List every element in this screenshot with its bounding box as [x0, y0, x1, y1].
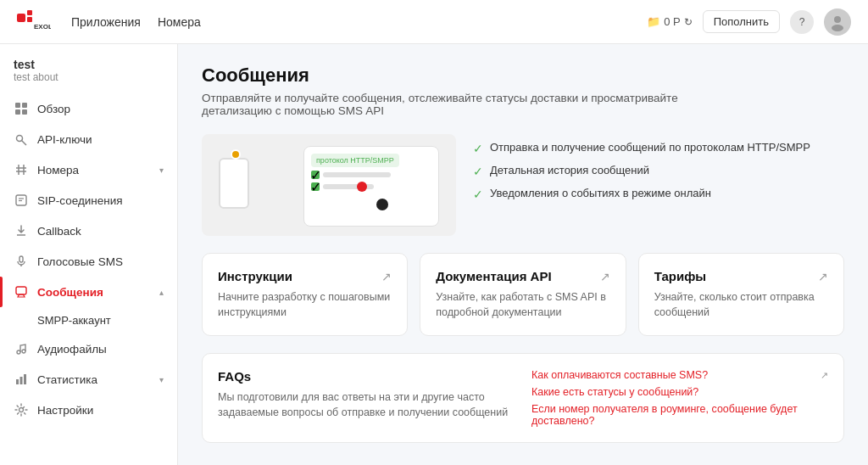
faq-section: FAQs Мы подготовили для вас ответы на эт…	[202, 353, 844, 443]
main-content: Сообщения Отправляйте и получайте сообще…	[178, 44, 868, 465]
hash-icon	[14, 162, 29, 177]
sidebar-item-settings[interactable]: Настройки	[0, 395, 177, 425]
svg-point-24	[22, 350, 25, 353]
sidebar-item-messages[interactable]: Сообщения ▴	[0, 277, 177, 307]
faq-link-row-1: Какие есть статусы у сообщений?	[531, 386, 828, 398]
card-desc-api-docs: Узнайте, как работать с SMS API в подроб…	[436, 290, 609, 320]
svg-rect-6	[15, 103, 20, 108]
chart-icon	[14, 372, 29, 387]
logo[interactable]: EXOLVE	[17, 10, 51, 34]
hero-section: протокол HTTP/SMPP ✓ ✓	[202, 134, 844, 236]
card-header-tariffs: Тарифы ↗	[654, 269, 828, 283]
mock-black-dot	[376, 199, 388, 210]
faq-link-1[interactable]: Какие есть статусы у сообщений?	[531, 386, 698, 398]
check-icon-0: ✓	[473, 142, 483, 155]
faq-ext-arrow-0: ↗	[821, 370, 828, 381]
card-title-api-docs: Документация API	[436, 269, 551, 283]
download-icon	[14, 223, 29, 238]
feature-text-0: Отправка и получение сообщений по проток…	[490, 141, 810, 154]
faq-link-row-2: Если номер получателя в роуминге, сообще…	[531, 403, 828, 427]
feature-text-2: Уведомления о событиях в режиме онлайн	[490, 187, 711, 199]
nav-apps[interactable]: Приложения	[71, 15, 141, 29]
sidebar-label-api-keys: API-ключи	[37, 133, 164, 146]
mock-screen-tag: протокол HTTP/SMPP	[311, 154, 399, 167]
sidebar-user: test test about	[0, 58, 177, 93]
cards-row: Инструкции ↗ Начните разработку с пошаго…	[202, 253, 844, 336]
sidebar-item-sip[interactable]: SIP-соединения	[0, 185, 177, 216]
card-instructions[interactable]: Инструкции ↗ Начните разработку с пошаго…	[202, 253, 408, 336]
svg-rect-25	[16, 379, 19, 384]
active-bar	[0, 277, 3, 307]
nav-numbers[interactable]: Номера	[158, 15, 201, 29]
sidebar-label-callback: Callback	[37, 225, 164, 238]
sidebar-item-stats[interactable]: Статистика ▾	[0, 364, 177, 395]
sidebar-item-overview[interactable]: Обзор	[0, 93, 177, 124]
feature-item-0: ✓ Отправка и получение сообщений по прот…	[473, 141, 844, 155]
help-button[interactable]: ?	[790, 10, 814, 34]
card-header-instructions: Инструкции ↗	[218, 269, 392, 283]
card-tariffs[interactable]: Тарифы ↗ Узнайте, сколько стоит отправка…	[638, 253, 844, 336]
sidebar-label-settings: Настройки	[37, 404, 164, 417]
mock-screen-row2: ✓	[311, 182, 431, 191]
sidebar-username: test	[14, 58, 164, 71]
page-subtitle: Отправляйте и получайте сообщения, отсле…	[202, 92, 693, 117]
topnav-right: 📁 0 Р ↻ Пополнить ?	[647, 8, 851, 36]
card-api-docs[interactable]: Документация API ↗ Узнайте, как работать…	[420, 253, 626, 336]
sidebar-label-messages: Сообщения	[37, 286, 151, 299]
hero-image: протокол HTTP/SMPP ✓ ✓	[202, 134, 456, 236]
card-arrow-api-docs: ↗	[600, 270, 610, 283]
feature-text-1: Детальная история сообщений	[490, 164, 649, 176]
sidebar-label-stats: Статистика	[37, 373, 151, 386]
faq-right: Как оплачиваются составные SMS? ↗ Какие …	[531, 369, 828, 427]
svg-rect-26	[20, 377, 23, 384]
feature-item-2: ✓ Уведомления о событиях в режиме онлайн	[473, 187, 844, 201]
sidebar-item-api-keys[interactable]: API-ключи	[0, 124, 177, 154]
svg-rect-2	[27, 17, 32, 22]
card-arrow-instructions: ↗	[381, 270, 392, 283]
files-icon: 📁	[647, 15, 660, 28]
mock-phone	[219, 158, 249, 209]
sidebar-label-numbers: Номера	[37, 164, 151, 176]
svg-text:EXOLVE: EXOLVE	[34, 23, 51, 31]
sidebar-label-voice-sms: Голосовые SMS	[37, 255, 164, 268]
mock-phone-dot	[231, 149, 241, 160]
refresh-icon[interactable]: ↻	[684, 16, 693, 28]
avatar-icon	[828, 13, 847, 31]
mic-icon	[14, 254, 29, 269]
faq-desc: Мы подготовили для вас ответы на эти и д…	[218, 390, 515, 420]
sidebar-item-audio[interactable]: Аудиофайлы	[0, 333, 177, 364]
faq-link-row-0: Как оплачиваются составные SMS? ↗	[531, 369, 828, 381]
faq-link-2[interactable]: Если номер получателя в роуминге, сообще…	[531, 403, 828, 427]
card-title-tariffs: Тарифы	[654, 269, 706, 283]
sidebar-item-voice-sms[interactable]: Голосовые SMS	[0, 246, 177, 277]
hero-features: ✓ Отправка и получение сообщений по прот…	[473, 134, 844, 201]
top-navigation: EXOLVE Приложения Номера 📁 0 Р ↻ Пополни…	[0, 0, 868, 44]
key-icon	[14, 132, 29, 147]
sidebar-item-numbers[interactable]: Номера ▾	[0, 154, 177, 185]
sidebar-sub-item-smpp[interactable]: SMPP-аккаунт	[37, 307, 177, 333]
page-title: Сообщения	[202, 64, 844, 87]
faq-title: FAQs	[218, 369, 515, 384]
hero-img-inner: протокол HTTP/SMPP ✓ ✓	[202, 134, 456, 236]
logo-icon: EXOLVE	[17, 10, 51, 34]
svg-rect-27	[24, 374, 26, 384]
phone-icon	[14, 193, 29, 208]
svg-point-5	[832, 25, 843, 31]
faq-link-0[interactable]: Как оплачиваются составные SMS?	[531, 369, 708, 381]
sidebar-label-sip: SIP-соединения	[37, 194, 164, 207]
nav-links: Приложения Номера	[71, 15, 626, 29]
chevron-messages-icon: ▴	[159, 288, 164, 297]
sidebar-item-callback[interactable]: Callback	[0, 216, 177, 246]
card-desc-tariffs: Узнайте, сколько стоит отправка сообщени…	[654, 290, 828, 320]
sidebar-userabout: test about	[14, 71, 164, 83]
user-avatar[interactable]	[824, 8, 851, 36]
feature-item-1: ✓ Детальная история сообщений	[473, 164, 844, 178]
svg-point-4	[834, 16, 841, 23]
replenish-button[interactable]: Пополнить	[703, 10, 780, 33]
svg-rect-22	[16, 287, 26, 294]
check-icon-2: ✓	[473, 188, 483, 201]
sidebar-sub-smpp: SMPP-аккаунт	[0, 307, 177, 333]
mock-check-icon2: ✓	[311, 182, 320, 191]
svg-point-10	[17, 136, 23, 142]
chevron-numbers-icon: ▾	[159, 165, 164, 175]
